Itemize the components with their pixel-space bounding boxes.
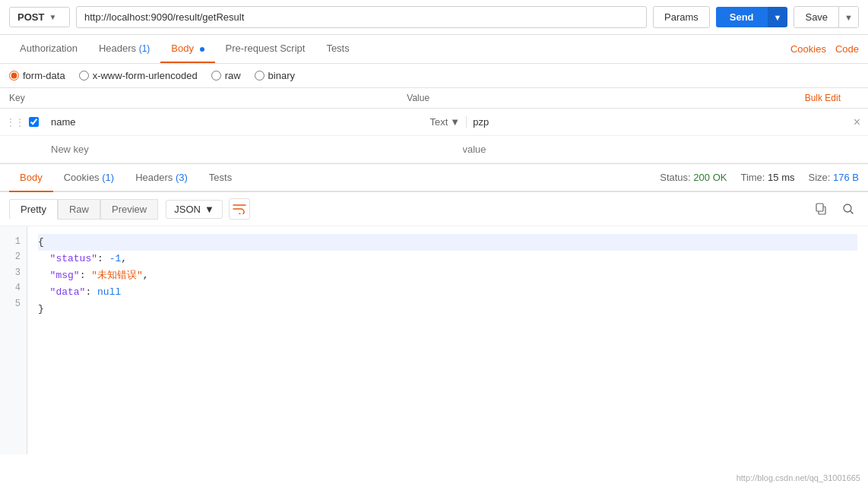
response-status: Status: 200 OK Time: 15 ms Size: 176 B (660, 172, 859, 183)
copy-icon[interactable] (810, 198, 832, 220)
save-button[interactable]: Save (794, 7, 838, 27)
size-value: 176 B (833, 172, 859, 183)
new-key-input[interactable] (45, 139, 457, 160)
format-chevron-icon: ▼ (204, 204, 214, 215)
cookies-link[interactable]: Cookies (790, 43, 826, 55)
send-button-group: Send ▼ (716, 7, 788, 27)
table-row-new: ⋮⋮ (0, 136, 868, 163)
status-value: 200 OK (693, 172, 727, 183)
tab-headers[interactable]: Headers (1) (88, 35, 160, 63)
resp-tab-headers[interactable]: Headers (3) (125, 164, 198, 192)
svg-line-3 (851, 211, 853, 213)
key-column-header: Key (9, 93, 407, 103)
row-checkbox[interactable] (29, 117, 39, 127)
save-button-group: Save ▼ (794, 6, 859, 28)
tab-authorization[interactable]: Authorization (9, 35, 88, 63)
resp-tab-tests[interactable]: Tests (198, 164, 242, 192)
method-selector[interactable]: POST ▼ (9, 7, 70, 27)
delete-row-button[interactable]: × (846, 115, 868, 129)
code-content[interactable]: { "status": -1, "msg": "未知错误", "data": n… (27, 226, 868, 454)
response-tabs: Body Cookies (1) Headers (3) Tests Statu… (0, 164, 868, 192)
time-value: 15 ms (768, 172, 794, 183)
bulk-edit-button[interactable]: Bulk Edit (805, 93, 841, 103)
x-www-option[interactable]: x-www-form-urlencoded (79, 70, 198, 81)
body-dot (200, 47, 204, 52)
raw-tab[interactable]: Raw (58, 199, 100, 220)
key-input[interactable] (45, 112, 423, 132)
code-line-1: { (38, 234, 857, 251)
params-button[interactable]: Params (653, 6, 710, 28)
time-label: Time: 15 ms (740, 172, 794, 183)
code-line-3: "msg": "未知错误", (38, 267, 857, 284)
method-label: POST (17, 11, 44, 23)
kv-table: Key Value Bulk Edit ⋮⋮ Text ▼ × ⋮⋮ (0, 88, 868, 164)
size-label: Size: 176 B (808, 172, 859, 183)
resp-tab-body[interactable]: Body (9, 164, 53, 192)
code-area: 1 2 3 4 5 { "status": -1, "msg": "未知错误",… (0, 226, 868, 454)
row-controls: ⋮⋮ (0, 117, 45, 128)
value-column-header: Value (407, 93, 804, 103)
resp-tab-cookies[interactable]: Cookies (1) (53, 164, 125, 192)
send-dropdown-button[interactable]: ▼ (768, 7, 788, 27)
body-options: form-data x-www-form-urlencoded raw bina… (0, 64, 868, 88)
value-input[interactable] (467, 112, 845, 132)
code-line-4: "data": null (38, 284, 857, 301)
new-row-controls: ⋮⋮ (0, 144, 45, 155)
binary-option[interactable]: binary (255, 70, 295, 81)
request-tabs: Authorization Headers (1) Body Pre-reque… (0, 35, 868, 64)
line-numbers: 1 2 3 4 5 (0, 226, 27, 454)
method-chevron-icon: ▼ (49, 13, 56, 21)
code-line-5: } (38, 301, 857, 318)
code-line-2: "status": -1, (38, 251, 857, 267)
code-toolbar: Pretty Raw Preview JSON ▼ (0, 192, 868, 226)
type-selector[interactable]: Text ▼ (423, 116, 467, 128)
right-links: Cookies Code (790, 43, 859, 55)
new-value-input[interactable] (457, 139, 869, 160)
code-link[interactable]: Code (835, 43, 859, 55)
url-input[interactable] (76, 6, 647, 28)
wrap-button[interactable] (229, 198, 250, 220)
raw-option[interactable]: raw (211, 70, 241, 81)
tab-body[interactable]: Body (160, 35, 214, 63)
save-dropdown-button[interactable]: ▼ (838, 7, 858, 27)
svg-rect-1 (816, 204, 823, 211)
tab-pre-request-script[interactable]: Pre-request Script (215, 35, 316, 63)
kv-header: Key Value Bulk Edit (0, 88, 868, 109)
format-selector[interactable]: JSON ▼ (166, 200, 223, 219)
form-data-option[interactable]: form-data (9, 70, 65, 81)
top-bar: POST ▼ Params Send ▼ Save ▼ (0, 0, 868, 35)
tab-tests[interactable]: Tests (315, 35, 360, 63)
send-button[interactable]: Send (716, 7, 768, 27)
type-chevron-icon: ▼ (450, 116, 460, 128)
pretty-tab[interactable]: Pretty (9, 199, 58, 220)
preview-tab[interactable]: Preview (100, 199, 158, 220)
search-icon[interactable] (838, 198, 859, 220)
status-label: Status: 200 OK (660, 172, 727, 183)
drag-handle-icon[interactable]: ⋮⋮ (6, 117, 24, 128)
code-action-icons (810, 198, 859, 220)
table-row: ⋮⋮ Text ▼ × (0, 109, 868, 136)
